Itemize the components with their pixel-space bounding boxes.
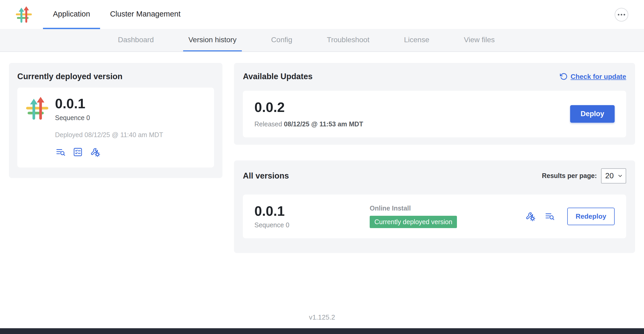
app-logo-icon bbox=[25, 96, 49, 121]
deployed-version-number: 0.0.1 bbox=[55, 96, 163, 111]
subnav-item-troubleshoot[interactable]: Troubleshoot bbox=[322, 29, 375, 51]
edit-config-button[interactable] bbox=[90, 147, 101, 158]
version-row: 0.0.1 Sequence 0 Online Install Currentl… bbox=[243, 195, 626, 239]
console-version: v1.125.2 bbox=[309, 313, 335, 321]
more-menu-button[interactable] bbox=[615, 8, 628, 21]
deployed-card-title: Currently deployed version bbox=[17, 72, 214, 81]
console-version-footer: v1.125.2 bbox=[0, 304, 644, 328]
check-for-update-label: Check for update bbox=[571, 73, 626, 81]
deployed-version-details: 0.0.1 Sequence 0 Deployed 08/12/25 @ 11:… bbox=[55, 96, 163, 158]
row-view-logs-button[interactable] bbox=[544, 211, 555, 222]
all-versions-card: All versions Results per page: 20 0.0 bbox=[234, 160, 635, 253]
released-label: Released bbox=[254, 120, 282, 128]
subnav-item-view-files[interactable]: View files bbox=[459, 29, 500, 51]
logs-icon bbox=[545, 211, 555, 221]
update-released-line: Released 08/12/25 @ 11:53 am MDT bbox=[254, 120, 363, 128]
subnav-item-dashboard[interactable]: Dashboard bbox=[113, 29, 159, 51]
top-bar: Application Cluster Management bbox=[0, 0, 644, 29]
deployed-timestamp: Deployed 08/12/25 @ 11:40 am MDT bbox=[55, 131, 163, 139]
wrench-gear-icon bbox=[90, 147, 100, 157]
app-logo-icon bbox=[15, 6, 32, 23]
released-timestamp: 08/12/25 @ 11:53 am MDT bbox=[284, 120, 363, 128]
deploy-button[interactable]: Deploy bbox=[570, 105, 615, 123]
deployed-version-panel: 0.0.1 Sequence 0 Deployed 08/12/25 @ 11:… bbox=[17, 88, 214, 168]
update-row: 0.0.2 Released 08/12/25 @ 11:53 am MDT D… bbox=[243, 91, 626, 137]
row-sequence: Sequence 0 bbox=[254, 221, 370, 229]
tab-cluster-management[interactable]: Cluster Management bbox=[100, 0, 190, 29]
row-version-number: 0.0.1 bbox=[254, 204, 370, 218]
version-row-status: Online Install Currently deployed versio… bbox=[370, 204, 525, 228]
chevron-down-icon bbox=[617, 173, 623, 179]
logs-icon bbox=[56, 147, 66, 157]
subnav-item-license[interactable]: License bbox=[399, 29, 435, 51]
deployed-version-card: Currently deployed version 0.0.1 Sequenc… bbox=[9, 63, 222, 178]
available-updates-header: Available Updates Check for update bbox=[243, 72, 626, 81]
page: Application Cluster Management Dashboard… bbox=[0, 0, 644, 334]
row-edit-config-button[interactable] bbox=[525, 211, 536, 222]
update-details: 0.0.2 Released 08/12/25 @ 11:53 am MDT bbox=[254, 100, 363, 128]
bottom-bar bbox=[0, 328, 644, 334]
available-updates-title: Available Updates bbox=[243, 72, 313, 81]
version-row-details: 0.0.1 Sequence 0 bbox=[254, 204, 370, 229]
available-updates-card: Available Updates Check for update 0.0.2… bbox=[234, 63, 635, 145]
main-content: Currently deployed version 0.0.1 Sequenc… bbox=[0, 52, 644, 304]
results-per-page-value: 20 bbox=[605, 171, 614, 180]
subnav-item-config[interactable]: Config bbox=[266, 29, 298, 51]
redeploy-button[interactable]: Redeploy bbox=[567, 208, 615, 225]
update-version-number: 0.0.2 bbox=[254, 100, 363, 115]
subnav-item-version-history[interactable]: Version history bbox=[183, 29, 242, 51]
deployed-status-badge: Currently deployed version bbox=[370, 216, 457, 228]
deployed-sequence: Sequence 0 bbox=[55, 114, 163, 122]
version-row-actions: Redeploy bbox=[525, 208, 615, 225]
all-versions-title: All versions bbox=[243, 171, 289, 181]
preflight-checks-button[interactable] bbox=[72, 147, 83, 158]
deployed-actions bbox=[55, 147, 163, 158]
top-tabs: Application Cluster Management bbox=[43, 0, 190, 29]
app-subnav: Dashboard Version history Config Trouble… bbox=[0, 29, 644, 52]
view-logs-button[interactable] bbox=[55, 147, 66, 158]
results-per-page: Results per page: 20 bbox=[542, 168, 626, 184]
ellipsis-icon bbox=[618, 14, 625, 15]
install-type: Online Install bbox=[370, 204, 525, 212]
check-for-update-link[interactable]: Check for update bbox=[560, 73, 626, 81]
refresh-icon bbox=[560, 73, 567, 80]
results-per-page-select[interactable]: 20 bbox=[601, 168, 626, 184]
right-column: Available Updates Check for update 0.0.2… bbox=[234, 63, 635, 253]
results-per-page-label: Results per page: bbox=[542, 172, 597, 180]
wrench-gear-icon bbox=[525, 211, 535, 221]
all-versions-header: All versions Results per page: 20 bbox=[243, 168, 626, 184]
tab-application[interactable]: Application bbox=[43, 0, 100, 29]
checklist-icon bbox=[73, 147, 83, 157]
